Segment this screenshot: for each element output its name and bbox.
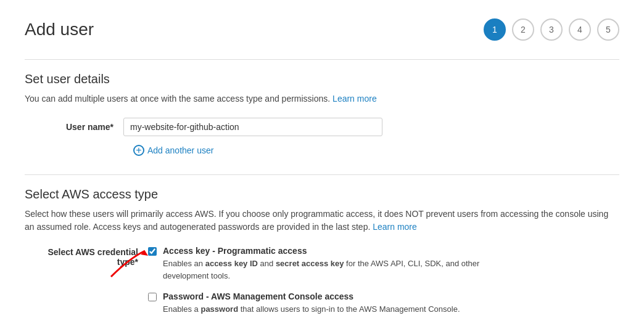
- user-details-section: Set user details You can add multiple us…: [25, 59, 619, 156]
- plus-icon: +: [133, 145, 144, 156]
- username-row: User name*: [25, 118, 619, 136]
- access-type-title: Select AWS access type: [25, 187, 619, 202]
- step-2[interactable]: 2: [512, 18, 534, 41]
- page-title: Add user: [25, 20, 94, 39]
- add-another-user-label: Add another user: [147, 145, 213, 155]
- credential-row: Select AWS credential type* Access key -…: [25, 246, 619, 316]
- username-label: User name*: [25, 122, 123, 132]
- console-desc: Enables a password that allows users to …: [163, 303, 460, 316]
- console-title: Password - AWS Management Console access: [163, 291, 460, 301]
- step-4[interactable]: 4: [569, 18, 591, 41]
- learn-more-link-1[interactable]: Learn more: [332, 94, 377, 104]
- programmatic-text: Access key - Programmatic access Enables…: [163, 246, 521, 282]
- access-type-desc: Select how these users will primarily ac…: [25, 208, 619, 234]
- options-column: Access key - Programmatic access Enables…: [148, 246, 521, 316]
- access-type-section: Select AWS access type Select how these …: [25, 174, 619, 316]
- username-input[interactable]: [123, 118, 382, 136]
- arrow-annotation: [105, 246, 154, 285]
- user-details-title: Set user details: [25, 72, 619, 86]
- step-indicators: 1 2 3 4 5: [484, 18, 619, 41]
- programmatic-desc: Enables an access key ID and secret acce…: [163, 258, 521, 282]
- step-3[interactable]: 3: [540, 18, 563, 41]
- option-console: Password - AWS Management Console access…: [148, 291, 521, 316]
- step-5[interactable]: 5: [597, 18, 619, 41]
- programmatic-title: Access key - Programmatic access: [163, 246, 521, 256]
- option-programmatic: Access key - Programmatic access Enables…: [148, 246, 521, 282]
- learn-more-link-2[interactable]: Learn more: [373, 222, 417, 232]
- user-details-desc: You can add multiple users at once with …: [25, 92, 619, 105]
- step-1[interactable]: 1: [484, 18, 506, 41]
- add-another-user-button[interactable]: + Add another user: [133, 145, 213, 156]
- page-header: Add user 1 2 3 4 5: [25, 18, 619, 41]
- console-checkbox[interactable]: [148, 293, 157, 301]
- console-text: Password - AWS Management Console access…: [163, 291, 460, 316]
- add-user-row: + Add another user: [133, 145, 619, 156]
